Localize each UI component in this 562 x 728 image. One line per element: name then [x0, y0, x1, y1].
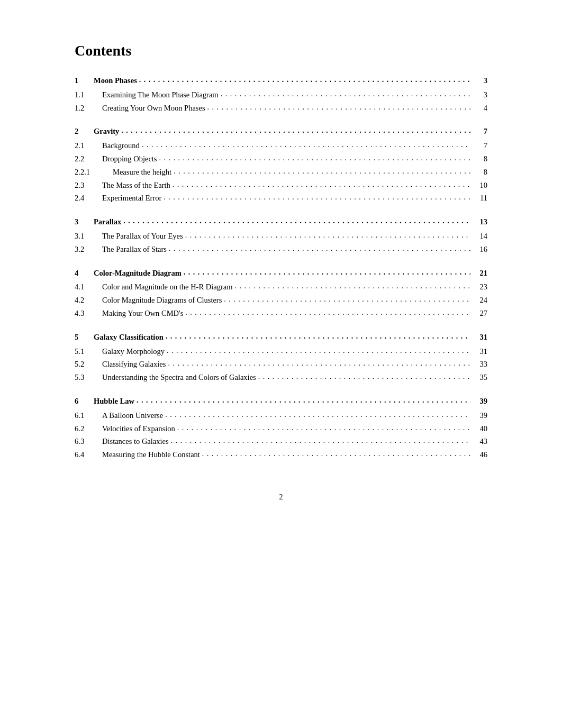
toc-section-header[interactable]: 4 Color-Magnitude Diagram 21: [75, 267, 487, 280]
table-of-contents: 1 Moon Phases 3 1.1 Examining The Moon P…: [75, 74, 487, 461]
toc-subsection-row[interactable]: 2.1 Background 7: [75, 139, 487, 152]
toc-subsec-label: Examining The Moon Phase Diagram: [102, 88, 473, 102]
toc-subsection-row[interactable]: 1.1 Examining The Moon Phase Diagram 3: [75, 88, 487, 102]
toc-subsec-num: 4.3: [75, 307, 102, 320]
toc-dots: [166, 331, 470, 343]
toc-subsec-page: 35: [473, 371, 487, 384]
toc-subsec-page: 23: [473, 280, 487, 294]
toc-section-label: Gravity: [94, 125, 473, 138]
toc-dots: [258, 371, 470, 383]
toc-dots: [224, 294, 470, 306]
toc-section-text: Gravity: [94, 125, 119, 138]
toc-subsec-num: 2.4: [75, 192, 102, 205]
toc-subsubsec-page: 8: [473, 166, 487, 179]
toc-subsec-text: Classifying Galaxies: [102, 358, 166, 371]
toc-section-label: Color-Magnitude Diagram: [94, 267, 473, 280]
toc-dots: [139, 74, 470, 86]
toc-subsec-page: 4: [473, 102, 487, 115]
toc-subsection-row[interactable]: 2.3 The Mass of the Earth 10: [75, 179, 487, 192]
toc-subsec-text: Making Your Own CMD's: [102, 307, 183, 320]
toc-section-label: Parallax: [94, 215, 473, 229]
toc-dots: [167, 345, 470, 357]
toc-subsec-page: 31: [473, 345, 487, 358]
toc-section-group: 1 Moon Phases 3 1.1 Examining The Moon P…: [75, 74, 487, 114]
toc-subsec-text: Measuring the Hubble Constant: [102, 448, 200, 461]
toc-subsec-label: Classifying Galaxies: [102, 358, 473, 371]
toc-dots: [123, 215, 470, 228]
toc-subsection-row[interactable]: 2.4 Experimental Error 11: [75, 192, 487, 205]
toc-section-text: Color-Magnitude Diagram: [94, 267, 182, 280]
toc-subsec-label: The Mass of the Earth: [102, 179, 473, 192]
toc-subsec-num: 5.2: [75, 358, 102, 371]
toc-subsubsection-row[interactable]: 2.2.1 Measure the height 8: [75, 166, 487, 179]
toc-section-num: 3: [75, 215, 94, 229]
toc-section-header[interactable]: 5 Galaxy Classification 31: [75, 331, 487, 344]
toc-subsection-row[interactable]: 4.1 Color and Magnitude on the H-R Diagr…: [75, 280, 487, 294]
toc-subsection-row[interactable]: 3.1 The Parallax of Your Eyes 14: [75, 230, 487, 243]
toc-subsec-label: The Parallax of Stars: [102, 243, 473, 256]
toc-subsec-label: Experimental Error: [102, 192, 473, 205]
toc-subsec-page: 3: [473, 88, 487, 102]
toc-subsection-row[interactable]: 5.2 Classifying Galaxies 33: [75, 358, 487, 371]
toc-subsec-label: The Parallax of Your Eyes: [102, 230, 473, 243]
toc-subsec-label: Background: [102, 139, 473, 152]
toc-subsec-text: Color and Magnitude on the H-R Diagram: [102, 280, 232, 294]
toc-section-page: 39: [473, 395, 487, 408]
toc-section-text: Moon Phases: [94, 74, 137, 87]
toc-subsection-row[interactable]: 1.2 Creating Your Own Moon Phases 4: [75, 102, 487, 115]
toc-section-num: 5: [75, 331, 94, 344]
toc-subsec-text: The Parallax of Your Eyes: [102, 230, 183, 243]
toc-subsec-text: Distances to Galaxies: [102, 435, 169, 448]
toc-subsec-num: 1.2: [75, 102, 102, 115]
toc-subsec-num: 5.3: [75, 371, 102, 384]
toc-subsection-row[interactable]: 4.2 Color Magnitude Diagrams of Clusters…: [75, 294, 487, 307]
toc-subsection-row[interactable]: 2.2 Dropping Objects 8: [75, 152, 487, 166]
toc-section-header[interactable]: 1 Moon Phases 3: [75, 74, 487, 87]
toc-dots: [221, 88, 470, 101]
toc-subsec-page: 43: [473, 435, 487, 448]
toc-subsec-num: 3.1: [75, 230, 102, 243]
toc-section-group: 5 Galaxy Classification 31 5.1 Galaxy Mo…: [75, 331, 487, 384]
toc-subsection-row[interactable]: 5.3 Understanding the Spectra and Colors…: [75, 371, 487, 384]
toc-section-page: 3: [473, 74, 487, 87]
toc-dots: [184, 267, 470, 279]
toc-subsection-row[interactable]: 4.3 Making Your Own CMD's 27: [75, 307, 487, 320]
toc-section-text: Parallax: [94, 215, 121, 229]
toc-subsec-num: 1.1: [75, 88, 102, 102]
toc-section-header[interactable]: 2 Gravity 7: [75, 125, 487, 138]
toc-section-group: 2 Gravity 7 2.1 Background 7 2.2 Droppin…: [75, 125, 487, 205]
toc-section-num: 1: [75, 74, 94, 87]
toc-dots: [142, 139, 470, 151]
toc-subsection-row[interactable]: 5.1 Galaxy Morphology 31: [75, 345, 487, 358]
toc-dots: [171, 435, 470, 447]
toc-subsection-row[interactable]: 6.2 Velocities of Expansion 40: [75, 422, 487, 435]
toc-subsec-text: Background: [102, 139, 140, 152]
toc-section-header[interactable]: 3 Parallax 13: [75, 215, 487, 229]
toc-subsection-row[interactable]: 6.4 Measuring the Hubble Constant 46: [75, 448, 487, 461]
toc-subsec-num: 5.1: [75, 345, 102, 358]
toc-dots: [168, 358, 470, 370]
toc-subsec-text: A Balloon Universe: [102, 409, 163, 422]
toc-subsec-num: 2.2: [75, 152, 102, 166]
toc-subsection-row[interactable]: 6.3 Distances to Galaxies 43: [75, 435, 487, 448]
toc-section-page: 7: [473, 125, 487, 138]
toc-subsubsec-text: Measure the height: [113, 166, 171, 179]
toc-section-label: Moon Phases: [94, 74, 473, 87]
page: Contents 1 Moon Phases 3 1.1 Examining T…: [75, 42, 487, 686]
page-number: 2: [279, 493, 283, 501]
toc-subsec-label: Color Magnitude Diagrams of Clusters: [102, 294, 473, 307]
toc-subsec-label: Galaxy Morphology: [102, 345, 473, 358]
toc-subsec-page: 10: [473, 179, 487, 192]
toc-subsec-label: A Balloon Universe: [102, 409, 473, 422]
toc-section-num: 2: [75, 125, 94, 138]
toc-subsec-text: Examining The Moon Phase Diagram: [102, 88, 219, 102]
toc-subsec-text: Dropping Objects: [102, 152, 157, 166]
toc-dots: [121, 125, 470, 137]
toc-subsec-text: Creating Your Own Moon Phases: [102, 102, 205, 115]
toc-section-header[interactable]: 6 Hubble Law 39: [75, 395, 487, 408]
toc-subsec-label: Creating Your Own Moon Phases: [102, 102, 473, 115]
toc-subsection-row[interactable]: 6.1 A Balloon Universe 39: [75, 409, 487, 422]
toc-section-group: 3 Parallax 13 3.1 The Parallax of Your E…: [75, 215, 487, 256]
toc-subsection-row[interactable]: 3.2 The Parallax of Stars 16: [75, 243, 487, 256]
toc-dots: [173, 179, 470, 191]
